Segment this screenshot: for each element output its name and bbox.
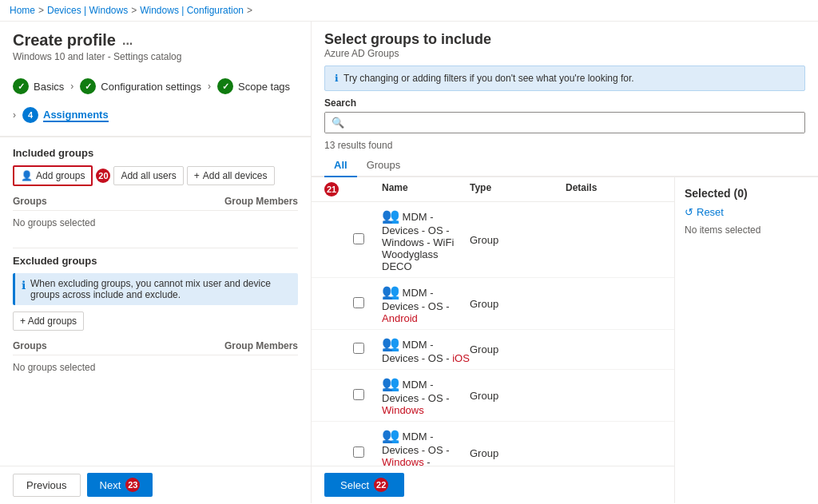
group-type: Group xyxy=(470,298,566,310)
step-basics-label: Basics xyxy=(34,81,64,93)
tabs-row: All Groups xyxy=(312,154,818,177)
page-title: Create profile ... xyxy=(13,31,298,50)
table-row: 👥 MDM - Devices - OS - iOS Group xyxy=(312,330,674,370)
row-checkbox[interactable] xyxy=(353,233,364,244)
tab-groups[interactable]: Groups xyxy=(357,154,411,177)
excluded-info-box: ℹ When excluding groups, you cannot mix … xyxy=(13,273,298,305)
col-type: Type xyxy=(470,182,566,196)
checkbox-cell[interactable] xyxy=(353,446,382,460)
add-groups-badge: 20 xyxy=(96,169,110,183)
add-all-devices-button[interactable]: + Add all devices xyxy=(187,166,275,185)
left-panel: Create profile ... Windows 10 and later … xyxy=(0,22,312,503)
step-assignments-icon: 4 xyxy=(22,107,38,123)
search-label: Search xyxy=(324,97,805,109)
select-bar: Select 22 xyxy=(312,466,674,503)
breadcrumb-home[interactable]: Home xyxy=(10,5,35,16)
checkbox-cell[interactable] xyxy=(353,233,382,247)
user-icon: 👥 xyxy=(382,427,399,443)
groups-col-label: Groups xyxy=(13,196,47,207)
reset-label: Reset xyxy=(697,206,724,218)
row-checkbox[interactable] xyxy=(353,343,364,354)
bottom-bar: Previous Next 23 xyxy=(0,466,311,503)
excl-groups-col: Groups xyxy=(13,340,47,351)
filter-text: Try changing or adding filters if you do… xyxy=(343,73,634,84)
info-icon: ℹ xyxy=(22,279,26,292)
table-row: 👥 MDM - Devices - OS - Windows - Bitlock… xyxy=(312,422,674,466)
step-badge: 21 xyxy=(324,182,339,196)
right-layout: 21 Name Type Details 👥 MDM - Devices - O… xyxy=(312,177,818,503)
excl-members-col: Group Members xyxy=(224,340,298,351)
left-content: Included groups 👤 Add groups 20 Add all … xyxy=(0,137,311,466)
excluded-no-groups: No groups selected xyxy=(13,355,298,379)
group-type: Group xyxy=(470,390,566,402)
step-scope-icon: ✓ xyxy=(217,78,233,94)
left-header: Create profile ... Windows 10 and later … xyxy=(0,22,311,65)
group-name: 👥 MDM - Devices - OS - Windows - Bitlock… xyxy=(382,427,470,466)
step-config[interactable]: ✓ Configuration settings xyxy=(80,75,201,97)
included-action-row: 👤 Add groups 20 Add all users + Add all … xyxy=(13,165,298,186)
add-groups-button[interactable]: 👤 Add groups xyxy=(13,165,93,186)
tab-all[interactable]: All xyxy=(324,154,357,177)
table-header: 21 Name Type Details xyxy=(312,177,674,202)
step-basics[interactable]: ✓ Basics xyxy=(13,75,64,97)
step-config-icon: ✓ xyxy=(80,78,96,94)
filter-info-icon: ℹ xyxy=(335,73,339,84)
right-subtitle: Azure AD Groups xyxy=(324,48,805,59)
add-all-devices-label: Add all devices xyxy=(203,170,268,181)
row-checkbox[interactable] xyxy=(353,446,364,458)
right-title: Select groups to include xyxy=(324,31,805,48)
breadcrumb-devices[interactable]: Devices | Windows xyxy=(47,5,128,16)
row-checkbox[interactable] xyxy=(353,389,364,400)
more-icon[interactable]: ... xyxy=(122,34,133,48)
excluded-groups-header: Groups Group Members xyxy=(13,337,298,355)
add-all-users-label: Add all users xyxy=(121,170,176,181)
previous-button[interactable]: Previous xyxy=(13,474,81,497)
next-button[interactable]: Next 23 xyxy=(87,473,153,497)
included-groups-section: Included groups 👤 Add groups 20 Add all … xyxy=(13,147,298,235)
add-all-users-button[interactable]: Add all users xyxy=(113,166,183,185)
search-area: Search 🔍 xyxy=(312,97,818,137)
group-name: 👥 MDM - Devices - OS - iOS xyxy=(382,335,470,364)
add-groups-icon: 👤 xyxy=(21,170,33,181)
steps-nav: ✓ Basics › ✓ Configuration settings › ✓ … xyxy=(0,65,311,137)
selected-title: Selected (0) xyxy=(685,187,808,200)
excluded-groups-section: Excluded groups ℹ When excluding groups,… xyxy=(13,255,298,379)
user-icon: 👥 xyxy=(382,335,399,351)
checkbox-cell[interactable] xyxy=(353,389,382,403)
checkbox-cell[interactable] xyxy=(353,343,382,356)
add-groups-label: Add groups xyxy=(36,170,85,181)
no-items-label: No items selected xyxy=(685,224,808,236)
selected-panel: Selected (0) ↺ Reset No items selected xyxy=(674,177,818,503)
user-icon: 👥 xyxy=(382,284,399,300)
right-panel: Select groups to include Azure AD Groups… xyxy=(312,22,818,503)
group-type: Group xyxy=(470,343,566,355)
row-checkbox[interactable] xyxy=(353,297,364,308)
step-assignments[interactable]: 4 Assignments xyxy=(22,104,109,126)
group-name: 👥 MDM - Devices - OS - Windows xyxy=(382,375,470,416)
col-details: Details xyxy=(566,182,661,196)
reset-button[interactable]: ↺ Reset xyxy=(685,206,808,218)
breadcrumb-config[interactable]: Windows | Configuration xyxy=(140,5,244,16)
breadcrumb: Home > Devices | Windows > Windows | Con… xyxy=(0,0,818,22)
select-label: Select xyxy=(340,479,369,491)
excluded-add-groups-button[interactable]: + Add groups xyxy=(13,312,84,331)
excluded-groups-title: Excluded groups xyxy=(13,255,298,267)
checkbox-cell[interactable] xyxy=(353,297,382,311)
search-icon[interactable]: 🔍 xyxy=(325,113,351,133)
divider xyxy=(13,248,298,248)
search-input[interactable] xyxy=(351,113,804,133)
page-subtitle: Windows 10 and later - Settings catalog xyxy=(13,51,298,62)
plus-icon: + xyxy=(194,170,200,181)
group-type: Group xyxy=(470,447,566,459)
filter-bar: ℹ Try changing or adding filters if you … xyxy=(324,65,805,91)
next-badge: 23 xyxy=(125,478,140,492)
results-count: 13 results found xyxy=(312,137,818,154)
col-name: Name xyxy=(382,182,470,196)
included-no-groups: No groups selected xyxy=(13,211,298,235)
next-label: Next xyxy=(100,479,121,491)
select-button[interactable]: Select 22 xyxy=(324,473,404,497)
step-scope[interactable]: ✓ Scope tags xyxy=(217,75,290,97)
right-main: 21 Name Type Details 👥 MDM - Devices - O… xyxy=(312,177,674,503)
user-icon: 👥 xyxy=(382,208,399,224)
col-badge: 21 xyxy=(324,182,353,196)
